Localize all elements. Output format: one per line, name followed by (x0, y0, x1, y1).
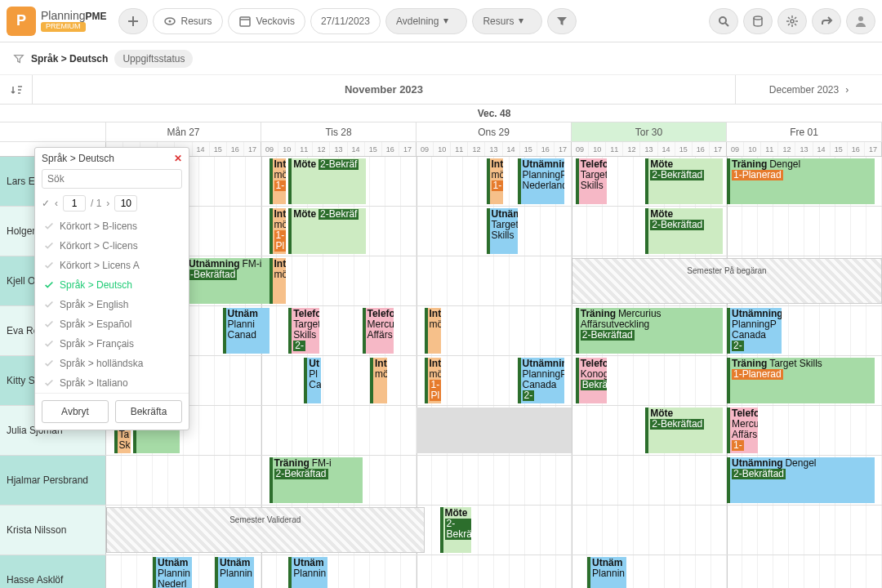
gear-icon (786, 15, 799, 28)
event[interactable]: Int mö1-Pl (425, 358, 442, 403)
cancel-button[interactable]: Avbryt (42, 400, 109, 423)
resource-filter-dropdown[interactable]: Resurs ▾ (472, 8, 542, 34)
event[interactable]: Möte 2-Bekräf (288, 208, 366, 254)
event[interactable]: Int mö1- (270, 158, 287, 204)
day-header[interactable]: Mån 27 (106, 122, 261, 141)
event[interactable]: Semester Validerad (106, 507, 425, 553)
page-input[interactable] (63, 195, 86, 212)
event[interactable]: Telefo Mercu Affärs1- (727, 408, 758, 453)
event[interactable]: Träning Dengel1-Planerad (727, 158, 875, 204)
add-button[interactable] (118, 8, 148, 34)
hour-label: 10 (744, 142, 761, 156)
day-header[interactable]: Tor 30 (572, 122, 727, 141)
event[interactable]: Möte 2-Bekräftad (645, 408, 723, 453)
row-slots[interactable]: Int mö Ta SkFMMöte 2-BekräftadTelefo Mer… (106, 406, 882, 455)
next-month-button[interactable]: December 2023 › (735, 75, 882, 104)
day-header[interactable]: Tis 28 (261, 122, 416, 141)
filter-option[interactable]: Språk > Deutsch (35, 275, 189, 295)
user-button[interactable] (846, 8, 875, 34)
filter-button[interactable] (547, 8, 577, 34)
event[interactable]: Möte 2-Bekräf (288, 158, 366, 204)
hour-label: 11 (761, 142, 778, 156)
search-input[interactable] (42, 169, 182, 189)
event[interactable]: Träning FM-i2-Bekräftad (270, 457, 363, 503)
hour-label: 13 (640, 142, 657, 156)
event[interactable]: Träning Mercurius Affärsutveckling2-Bekr… (576, 308, 724, 354)
plus-icon (127, 15, 140, 28)
event[interactable]: Möte 2-Bekräftad (645, 208, 723, 254)
row-slots[interactable]: Utnäm Plannin NederlUtnäm PlanninUtnäm P… (106, 555, 882, 588)
row-slots[interactable]: Utnäm Planni CanadTelefo Target Skills2-… (106, 306, 882, 355)
event[interactable]: Telefo Mercu Affärs (363, 308, 394, 354)
event[interactable]: Ut Pl Ca (304, 358, 321, 403)
event[interactable]: Int mö (370, 358, 387, 403)
hour-label: 09 (727, 142, 744, 156)
event[interactable]: Semester På begäran (572, 258, 882, 304)
hour-label: 15 (675, 142, 693, 156)
filter-option[interactable]: Körkort > B-licens (35, 216, 189, 236)
resource-name[interactable]: Hasse Asklöf (0, 555, 106, 588)
resource-name[interactable]: Hjalmar Persbrand (0, 456, 106, 505)
filter-option[interactable]: Språk > Español (35, 314, 189, 334)
event[interactable]: Telefo Target Skills2- (288, 308, 319, 354)
event[interactable]: Utnämning FM-i-Bekräftad (184, 258, 270, 304)
user-icon (854, 15, 867, 28)
event[interactable]: Utnäm Plannin Nederl (153, 557, 192, 588)
prev-page-icon[interactable]: ‹ (55, 198, 58, 209)
event[interactable]: Telefo KonogBekräf (576, 358, 607, 403)
event[interactable]: Utnäm Plannin (215, 557, 254, 588)
close-button[interactable]: ✕ (174, 153, 182, 164)
confirm-button[interactable]: Bekräfta (115, 400, 182, 423)
share-button[interactable] (812, 8, 841, 34)
filter-option[interactable]: Språk > English (35, 295, 189, 314)
sort-button[interactable] (0, 75, 33, 104)
event[interactable]: Telefo Target Skills (576, 158, 607, 204)
event[interactable]: Träning Target Skills1-Planerad (727, 358, 875, 403)
search-button[interactable] (709, 8, 738, 34)
filter-option[interactable]: Språk > Français (35, 334, 189, 354)
event[interactable]: Utnämning PlanningP Canada2- (727, 308, 782, 354)
department-dropdown[interactable]: Avdelning ▾ (385, 8, 468, 34)
status-chip[interactable]: Uppgiftsstatus (114, 50, 193, 68)
perpage-input[interactable] (114, 195, 137, 212)
event[interactable]: Utnäm Plannin (587, 557, 626, 588)
event[interactable]: Utnäm Planni Canad (223, 308, 270, 354)
eye-icon (163, 15, 176, 28)
event[interactable]: Möte 2-Bekräftad (645, 158, 723, 204)
event[interactable]: Int mö1-Pl (270, 208, 287, 254)
data-button[interactable] (743, 8, 773, 34)
row-slots[interactable]: Ut Pl CaInt möInt mö1-PlUtnämning Planni… (106, 356, 882, 405)
view-dropdown[interactable]: Veckovis (228, 8, 305, 34)
day-header[interactable]: Fre 01 (727, 122, 882, 141)
row-slots[interactable]: Int mö1-Möte 2-BekräfInt mö1-Int mö1-Utn… (106, 157, 882, 206)
row-slots[interactable]: Semester ValideradMöte 2-Bekräf (106, 506, 882, 555)
event[interactable]: Utnämning Dengel2-Bekräftad (727, 457, 875, 503)
next-page-icon[interactable]: › (106, 198, 109, 209)
event[interactable]: Möte 2-Bekräf (440, 507, 471, 553)
filter-option[interactable]: Språk > holländska (35, 354, 189, 373)
event[interactable]: Int mö (270, 258, 287, 304)
event[interactable]: Utnäm Target Skills (487, 208, 518, 254)
row-slots[interactable]: Träning FM-i2-BekräftadUtnämning Dengel2… (106, 456, 882, 505)
funnel-icon (13, 53, 24, 65)
event[interactable] (416, 408, 572, 453)
event[interactable]: Int mö1- (487, 158, 504, 204)
row-slots[interactable]: Utnämning FM-i-BekräftadInt möSemester P… (106, 256, 882, 305)
row-slots[interactable]: Int mö1-PlMöte 2-BekräfUtnäm Target Skil… (106, 207, 882, 256)
date-picker[interactable]: 27/11/2023 (310, 8, 381, 34)
event[interactable]: Utnämning PlanningP Nederland (518, 158, 564, 204)
day-header[interactable]: Ons 29 (416, 122, 572, 141)
event[interactable]: Utnämning PlanningP Canada2- (518, 358, 564, 403)
filter-option[interactable]: Körkort > Licens A (35, 256, 189, 275)
resource-name[interactable]: Krista Nilsson (0, 506, 106, 555)
filter-option[interactable]: Språk > Italiano (35, 373, 189, 393)
app-logo: P PlanningPME PREMIUM (7, 7, 107, 36)
active-filter[interactable]: Språk > Deutsch (31, 53, 108, 65)
filter-option[interactable]: Körkort > C-licens (35, 236, 189, 256)
check-all-icon[interactable]: ✓ (42, 198, 50, 209)
event[interactable]: Int mö (425, 308, 442, 354)
filter-bar: Språk > Deutsch Uppgiftsstatus (0, 42, 882, 75)
settings-button[interactable] (777, 8, 807, 34)
resource-dropdown[interactable]: Resurs (153, 8, 223, 34)
event[interactable]: Utnäm Plannin (288, 557, 327, 588)
